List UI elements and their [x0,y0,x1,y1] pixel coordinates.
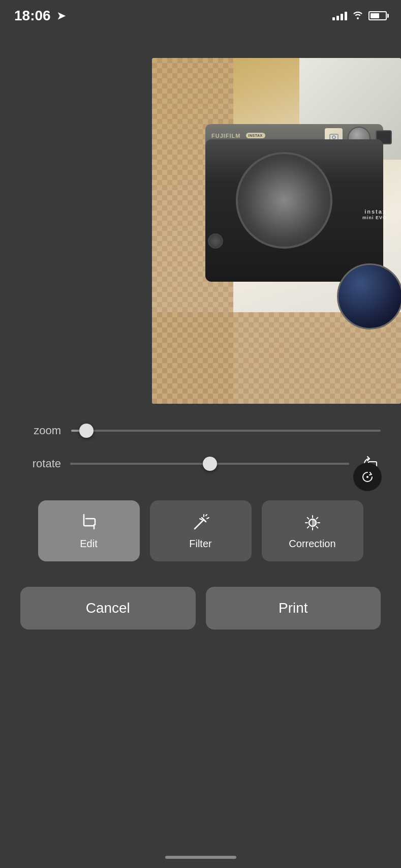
print-button[interactable]: Print [206,587,381,630]
location-arrow-icon: ➤ [57,10,66,22]
svg-line-9 [207,518,209,519]
wand-icon [191,513,211,533]
status-icons [332,10,387,22]
tools-row: Edit Filter Correction [0,500,401,561]
rotate-thumb[interactable] [203,457,217,471]
rotate-slider[interactable] [70,463,349,465]
svg-line-10 [206,515,207,516]
crop-icon [79,513,99,533]
brightness-icon [302,513,323,533]
svg-line-11 [200,519,202,520]
edit-tool-button[interactable]: Edit [38,500,140,561]
zoom-label: zoom [20,424,61,437]
correction-tool-label: Correction [289,538,335,550]
signal-icon [332,11,347,20]
filter-tool-label: Filter [189,538,211,550]
bottom-buttons: Cancel Print [0,587,401,630]
svg-line-6 [195,520,204,529]
time-text: 18:06 [14,8,51,24]
rotate-label: rotate [20,457,61,470]
reset-icon [360,470,375,484]
reset-button[interactable] [353,463,382,491]
home-indicator [165,856,236,859]
battery-icon [368,11,387,20]
filter-tool-button[interactable]: Filter [150,500,252,561]
zoom-section: zoom [0,424,401,437]
zoom-row: zoom [0,424,401,437]
zoom-slider[interactable] [71,430,381,432]
edit-tool-label: Edit [80,538,97,550]
wifi-icon [352,10,363,22]
zoom-thumb[interactable] [79,424,94,438]
photo-preview: FUJIFILM INSTAX instax mini EVO [152,58,401,404]
status-bar: 18:06 ➤ [0,0,401,27]
cancel-button[interactable]: Cancel [20,587,196,630]
correction-tool-button[interactable]: Correction [262,500,363,561]
svg-point-2 [366,476,368,478]
rotate-section: rotate [0,453,401,475]
status-time: 18:06 ➤ [14,8,66,24]
